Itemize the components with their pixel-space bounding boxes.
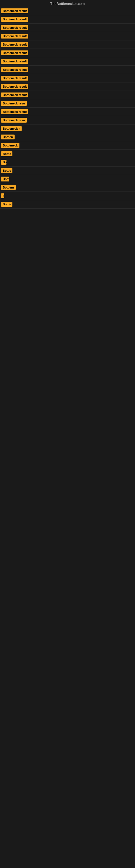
list-item: Bottleneck result <box>0 32 135 40</box>
list-item: B <box>0 192 135 200</box>
bottleneck-result-badge[interactable]: Bottleneck result <box>1 34 28 38</box>
site-title-container: TheBottlenecker.com <box>0 0 135 7</box>
bottleneck-result-badge[interactable]: Bottleneck result <box>1 25 28 30</box>
list-item: Bottlen <box>0 133 135 141</box>
list-item: Bottleneck result <box>0 15 135 24</box>
list-item: Bottlens <box>0 183 135 192</box>
list-item: Bottleneck resu <box>0 116 135 124</box>
bottleneck-result-badge[interactable]: Bottleneck result <box>1 93 28 97</box>
bottleneck-result-badge[interactable]: Bottleneck result <box>1 76 28 81</box>
list-item: Bottleneck result <box>0 108 135 116</box>
list-item: Bottleneck <box>0 141 135 150</box>
list-item: Bottleneck result <box>0 57 135 66</box>
list-item: Bottleneck result <box>0 24 135 32</box>
site-title: TheBottlenecker.com <box>0 0 135 7</box>
bottleneck-result-badge[interactable]: Bottle <box>1 151 12 156</box>
bottleneck-result-badge[interactable]: Bott <box>1 177 9 182</box>
bottleneck-result-badge[interactable]: Bo <box>1 160 6 165</box>
bottleneck-result-badge[interactable]: Bottle <box>1 202 12 207</box>
bottleneck-result-badge[interactable]: Bottle <box>1 168 12 173</box>
bottleneck-result-badge[interactable]: Bottleneck result <box>1 67 28 72</box>
list-item: Bottleneck result <box>0 7 135 15</box>
bottleneck-result-badge[interactable]: Bottlen <box>1 134 14 140</box>
bottleneck-result-badge[interactable]: Bottleneck resu <box>1 118 27 123</box>
list-item: Bottleneck result <box>0 83 135 91</box>
bottleneck-result-badge[interactable]: Bottleneck result <box>1 51 28 55</box>
list-item: Bottleneck r <box>0 124 135 133</box>
bottleneck-result-badge[interactable]: Bottleneck resu <box>1 101 27 106</box>
bottleneck-result-badge[interactable]: B <box>1 193 4 198</box>
list-item: Bottle <box>0 150 135 158</box>
bottleneck-result-badge[interactable]: Bottleneck result <box>1 17 28 22</box>
list-item: Bottleneck result <box>0 66 135 74</box>
bottleneck-result-badge[interactable]: Bottleneck result <box>1 8 28 13</box>
list-item: Bottle <box>0 200 135 209</box>
bottleneck-result-badge[interactable]: Bottleneck result <box>1 84 28 89</box>
rows-container: Bottleneck resultBottleneck resultBottle… <box>0 7 135 209</box>
bottleneck-result-badge[interactable]: Bottleneck r <box>1 126 21 131</box>
list-item: Bottleneck resu <box>0 99 135 108</box>
list-item: Bottle <box>0 166 135 175</box>
bottleneck-result-badge[interactable]: Bottleneck result <box>1 59 28 64</box>
list-item: Bo <box>0 158 135 166</box>
list-item: Bott <box>0 175 135 183</box>
list-item: Bottleneck result <box>0 40 135 49</box>
list-item: Bottleneck result <box>0 49 135 57</box>
list-item: Bottleneck result <box>0 91 135 99</box>
bottleneck-result-badge[interactable]: Bottleneck <box>1 143 19 148</box>
bottleneck-result-badge[interactable]: Bottlens <box>1 185 16 190</box>
bottleneck-result-badge[interactable]: Bottleneck result <box>1 42 28 47</box>
bottleneck-result-badge[interactable]: Bottleneck result <box>1 109 28 114</box>
list-item: Bottleneck result <box>0 74 135 83</box>
